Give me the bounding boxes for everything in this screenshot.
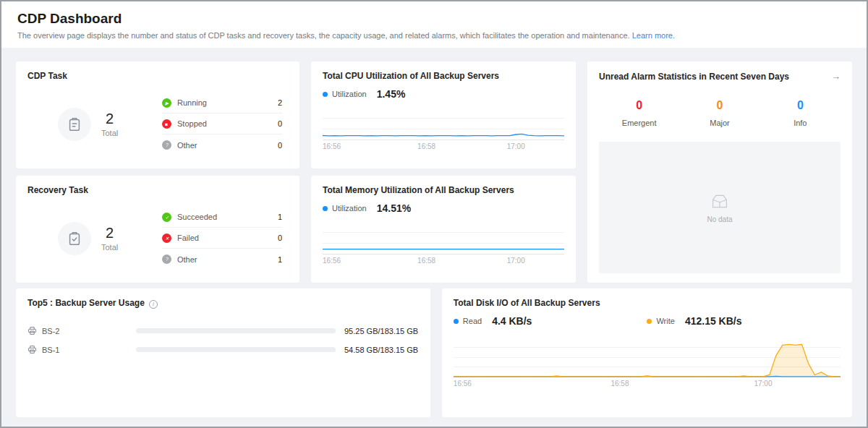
x-tick: 17:00: [507, 257, 525, 265]
status-label: Failed: [177, 234, 199, 242]
alarm-stat-major: 0 Major: [679, 99, 760, 127]
disk-io-card: Total Disk I/O of All Backup Servers Rea…: [442, 288, 852, 417]
page-subtitle: The overview page displays the number an…: [17, 31, 851, 40]
recovery-task-total-label: Total: [101, 243, 118, 252]
status-label: Stopped: [177, 119, 207, 128]
learn-more-link[interactable]: Learn more.: [632, 31, 675, 40]
no-data-panel: No data: [599, 142, 841, 273]
memory-legend-label: Utilization: [332, 204, 367, 213]
emergent-label: Emergent: [599, 119, 679, 127]
memory-utilization-value: 14.51%: [377, 202, 411, 214]
disk-io-title: Total Disk I/O of All Backup Servers: [454, 298, 841, 308]
status-value: 1: [278, 213, 282, 221]
x-tick: 16:58: [417, 257, 435, 265]
status-value: 0: [278, 119, 282, 128]
memory-line-chart: [323, 221, 564, 254]
running-icon: ▶: [162, 98, 171, 108]
major-count: 0: [679, 99, 760, 112]
x-tick: 16:56: [323, 142, 341, 150]
read-legend-icon: [454, 319, 459, 324]
read-value: 4.4 KB/s: [492, 315, 532, 327]
status-value: 0: [278, 234, 282, 242]
stopped-icon: ■: [162, 119, 171, 129]
empty-box-icon: [710, 192, 730, 210]
cdp-task-row-stopped: ■ Stopped 0: [162, 114, 282, 134]
server-icon: [27, 345, 37, 354]
cdp-task-row-running: ▶ Running 2: [162, 93, 282, 114]
write-legend-icon: [647, 319, 652, 324]
memory-x-axis: 16:56 16:58 17:00: [323, 257, 564, 266]
top5-title-text: Top5 : Backup Server Usage: [27, 298, 145, 308]
recovery-row-other: ? Other 1: [162, 249, 282, 270]
status-label: Other: [177, 141, 197, 150]
cdp-task-card: CDP Task 2 Total: [16, 61, 299, 168]
cpu-legend-label: Utilization: [332, 90, 367, 98]
cpu-x-axis: 16:56 16:58 17:00: [323, 142, 564, 152]
x-tick: 16:56: [454, 380, 472, 388]
status-label: Running: [177, 98, 207, 107]
unread-alarm-card: Unread Alarm Statistics in Recent Seven …: [587, 61, 852, 283]
major-label: Major: [679, 119, 760, 127]
x-tick: 17:00: [754, 380, 772, 388]
cdp-task-total-value: 2: [101, 111, 118, 127]
read-legend: Read 4.4 KB/s: [454, 315, 647, 327]
cpu-utilization-card: Total CPU Utilization of All Backup Serv…: [311, 61, 576, 168]
cdp-task-row-other: ? Other 0: [162, 134, 282, 155]
status-value: 1: [278, 255, 282, 264]
status-value: 0: [278, 141, 282, 150]
usage-text: 54.58 GB/183.15 GB: [344, 346, 418, 354]
server-name: BS-1: [27, 345, 136, 354]
server-usage-row: BS-1 54.58 GB/183.15 GB: [27, 341, 419, 359]
cdp-task-total-label: Total: [101, 129, 118, 137]
write-legend: Write 412.15 KB/s: [647, 315, 841, 327]
page-title: CDP Dashboard: [17, 11, 851, 27]
top5-title: Top5 : Backup Server Usagei: [27, 298, 419, 309]
status-value: 2: [278, 98, 282, 107]
alarm-stat-info: 0 Info: [760, 99, 841, 127]
cpu-utilization-value: 1.45%: [377, 88, 406, 100]
page-subtitle-text: The overview page displays the number an…: [17, 31, 630, 40]
cdp-task-title: CDP Task: [27, 71, 288, 81]
read-label: Read: [463, 317, 482, 325]
utilization-legend-icon: [323, 206, 328, 211]
recovery-row-failed: ✕ Failed 0: [162, 228, 282, 249]
x-tick: 17:00: [507, 142, 525, 150]
usage-bar-track: [136, 328, 336, 333]
utilization-legend-icon: [323, 92, 328, 97]
emergent-count: 0: [599, 99, 679, 112]
server-icon: [27, 326, 37, 335]
info-icon[interactable]: i: [149, 300, 158, 309]
status-label: Succeeded: [177, 213, 217, 221]
arrow-right-icon[interactable]: →: [831, 71, 841, 82]
x-tick: 16:58: [610, 380, 629, 388]
write-label: Write: [656, 317, 674, 325]
dashboard-content: CDP Task 2 Total: [1, 48, 867, 417]
alarm-stat-emergent: 0 Emergent: [599, 99, 679, 127]
cpu-card-title: Total CPU Utilization of All Backup Serv…: [323, 71, 564, 81]
clipboard-icon: [67, 116, 82, 132]
page-header: CDP Dashboard The overview page displays…: [1, 1, 867, 48]
recovery-row-succeeded: ✓ Succeeded 1: [162, 207, 282, 228]
succeeded-icon: ✓: [162, 213, 171, 222]
usage-text: 95.25 GB/183.15 GB: [344, 327, 418, 335]
memory-utilization-card: Total Memory Utilization of All Backup S…: [311, 176, 576, 283]
alarm-card-title: Unread Alarm Statistics in Recent Seven …: [599, 72, 789, 82]
server-name: BS-2: [27, 326, 136, 335]
failed-icon: ✕: [162, 234, 171, 243]
recovery-task-title: Recovery Task: [27, 185, 288, 195]
x-tick: 16:58: [417, 142, 435, 150]
status-label: Other: [177, 255, 197, 264]
clipboard-check-icon: [67, 231, 82, 247]
server-usage-row: BS-2 95.25 GB/183.15 GB: [27, 322, 419, 341]
cdp-task-icon-circle: [58, 108, 91, 141]
recovery-task-total-value: 2: [101, 225, 118, 241]
info-label: Info: [760, 119, 841, 127]
disk-io-line-chart: [454, 337, 841, 377]
recovery-task-icon-circle: [58, 222, 91, 255]
cpu-line-chart: [323, 107, 564, 140]
recovery-task-card: Recovery Task 2 Total: [16, 176, 299, 283]
write-value: 412.15 KB/s: [685, 315, 742, 327]
other-icon: ?: [162, 254, 171, 264]
usage-bar-track: [136, 347, 336, 352]
disk-x-axis: 16:56 16:58 17:00: [454, 380, 841, 389]
